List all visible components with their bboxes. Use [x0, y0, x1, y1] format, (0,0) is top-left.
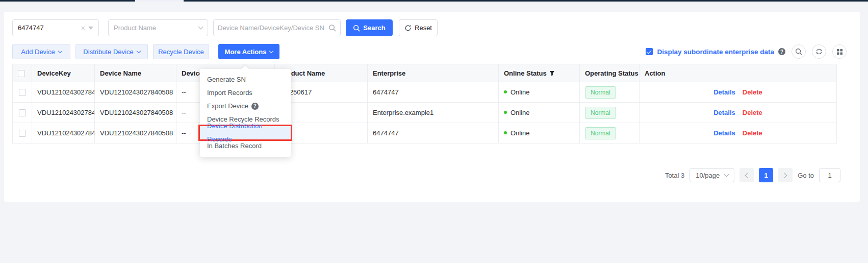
search-icon: [795, 48, 802, 55]
prev-page-button[interactable]: [739, 168, 754, 182]
menu-item-import-records[interactable]: Import Records: [200, 86, 291, 100]
online-status-value: Online: [510, 88, 530, 96]
refresh-button[interactable]: [812, 44, 826, 59]
cell-action: DetailsDelete: [640, 123, 837, 144]
details-link[interactable]: Details: [713, 109, 735, 116]
row-checkbox[interactable]: [19, 89, 26, 96]
product-name-select[interactable]: Product Name: [108, 19, 208, 36]
chevron-right-icon: [782, 173, 787, 178]
cell-enterprise: Enterprise.example1: [368, 103, 499, 123]
menu-item-generate-sn[interactable]: Generate SN: [200, 73, 291, 86]
column-settings-button[interactable]: [832, 44, 847, 59]
page-number-button[interactable]: 1: [759, 168, 773, 182]
cell-operating-status: Normal: [580, 82, 640, 103]
cell-enterprise: 6474747: [368, 123, 499, 144]
table-header-row: DeviceKey Device Name Device SN Product …: [13, 64, 837, 82]
menu-item-device-distribution-records[interactable]: Device Distribution Records: [200, 126, 291, 139]
cell-operating-status: Normal: [580, 123, 640, 144]
select-all-checkbox[interactable]: [18, 70, 25, 77]
table-row: VDU121024302784... VDU1210243027840508 -…: [13, 123, 837, 144]
status-badge: Normal: [585, 127, 616, 139]
help-icon[interactable]: [251, 103, 259, 110]
menu-item-label: Device Distribution Records: [207, 119, 284, 146]
details-link[interactable]: Details: [713, 88, 735, 96]
page-size-select[interactable]: 10/page: [690, 168, 734, 182]
table-search-toggle-button[interactable]: [792, 44, 806, 59]
search-icon: [328, 24, 336, 32]
action-toolbar: Add Device Distribute Device Recycle Dev…: [12, 44, 852, 59]
chevron-down-icon: [58, 49, 62, 53]
cell-online-status: Online: [499, 123, 580, 144]
delete-link[interactable]: Delete: [743, 88, 762, 96]
more-actions-menu: Generate SN Import Records Export Device…: [200, 69, 291, 157]
details-link[interactable]: Details: [713, 129, 735, 137]
cell-online-status: Online: [499, 82, 580, 103]
chevron-left-icon: [745, 173, 750, 178]
menu-item-export-device[interactable]: Export Device: [200, 100, 291, 113]
delete-link[interactable]: Delete: [743, 129, 762, 137]
cell-action: DetailsDelete: [640, 103, 837, 123]
cell-devicekey: VDU121024302784...: [32, 123, 95, 144]
filter-bar: 6474747 × Product Name Search Reset: [12, 19, 852, 36]
search-button-label: Search: [363, 24, 385, 32]
subordinate-checkbox[interactable]: [646, 48, 653, 55]
enterprise-select-value: 6474747: [18, 24, 44, 32]
table-row: VDU121024302784... VDU1210243027840508 -…: [13, 103, 837, 123]
refresh-icon: [404, 25, 412, 32]
cell-devicekey: VDU121024302784...: [32, 82, 95, 103]
status-badge: Normal: [585, 107, 616, 119]
col-header-device-name: Device Name: [95, 64, 176, 82]
device-table: DeviceKey Device Name Device SN Product …: [12, 64, 837, 144]
recycle-device-label: Recycle Device: [158, 48, 204, 56]
menu-item-label: Export Device: [207, 100, 248, 113]
goto-page-input[interactable]: [819, 168, 840, 182]
menu-item-label: Import Records: [207, 86, 252, 100]
cell-online-status: Online: [499, 103, 580, 123]
grid-icon: [836, 49, 843, 55]
refresh-icon: [815, 48, 823, 55]
distribute-device-label: Distribute Device: [83, 48, 133, 56]
online-status-value: Online: [510, 109, 530, 116]
browser-tab-notch: [135, 0, 184, 2]
col-header-devicekey: DeviceKey: [32, 64, 95, 82]
filter-icon[interactable]: [549, 70, 555, 76]
cell-devicekey: VDU121024302784...: [32, 103, 95, 123]
cell-device-name: VDU1210243027840508: [95, 123, 176, 144]
reset-button-label: Reset: [415, 24, 432, 32]
device-search-input[interactable]: [218, 24, 328, 32]
help-icon[interactable]: [778, 48, 785, 55]
subordinate-label[interactable]: Display subordinate enterprise data: [657, 48, 774, 56]
online-dot-icon: [504, 131, 507, 134]
col-header-online-status: Online Status: [499, 64, 580, 82]
reset-button[interactable]: Reset: [399, 19, 438, 36]
chevron-down-icon: [724, 172, 729, 177]
recycle-device-button[interactable]: Recycle Device: [153, 44, 209, 59]
goto-label: Go to: [798, 172, 814, 179]
row-checkbox[interactable]: [19, 130, 26, 137]
online-status-value: Online: [510, 129, 530, 137]
device-list-panel: 6474747 × Product Name Search Reset Add …: [4, 12, 860, 202]
cell-device-name: VDU1210243027840508: [95, 82, 176, 103]
distribute-device-button[interactable]: Distribute Device: [75, 44, 148, 59]
pagination-total: Total 3: [665, 172, 684, 179]
caret-down-icon: [88, 27, 93, 30]
chevron-down-icon: [269, 49, 273, 53]
menu-item-label: Generate SN: [207, 73, 246, 86]
cell-operating-status: Normal: [580, 103, 640, 123]
next-page-button[interactable]: [778, 168, 793, 182]
col-header-operating-status: Operating Status: [580, 64, 640, 82]
clear-icon[interactable]: ×: [81, 24, 85, 32]
delete-link[interactable]: Delete: [743, 109, 762, 116]
search-icon: [353, 25, 360, 32]
operating-status-header-label: Operating Status: [585, 69, 639, 77]
row-checkbox[interactable]: [19, 109, 26, 116]
more-actions-label: More Actions: [225, 48, 267, 56]
table-row: VDU121024302784... VDU1210243027840508 -…: [13, 82, 837, 103]
search-button[interactable]: Search: [346, 19, 393, 36]
add-device-button[interactable]: Add Device: [12, 44, 70, 59]
col-header-action: Action: [640, 64, 837, 82]
enterprise-select[interactable]: 6474747 ×: [12, 19, 99, 36]
browser-top-strip: [0, 0, 868, 2]
more-actions-button[interactable]: More Actions: [218, 44, 279, 59]
toolbar-right-group: Display subordinate enterprise data: [646, 44, 847, 59]
